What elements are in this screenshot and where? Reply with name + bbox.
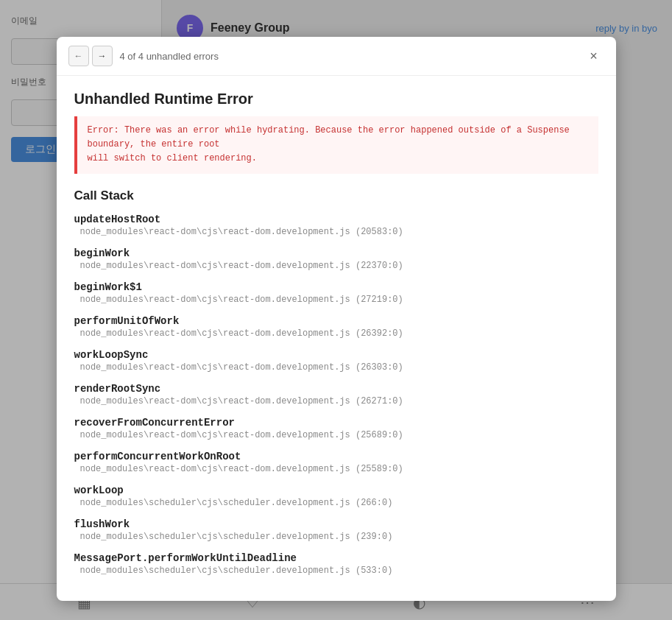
stack-item: workLoopSyncnode_modules\react-dom\cjs\r… xyxy=(74,349,598,373)
stack-function-name: MessagePort.performWorkUntilDeadline xyxy=(74,552,598,564)
stack-function-name: updateHostRoot xyxy=(74,214,598,225)
call-stack-title: Call Stack xyxy=(74,189,598,203)
stack-function-name: beginWork xyxy=(74,247,598,259)
stack-file-path: node_modules\react-dom\cjs\react-dom.dev… xyxy=(74,464,598,474)
prev-error-button[interactable]: ← xyxy=(68,46,89,66)
stack-item: updateHostRootnode_modules\react-dom\cjs… xyxy=(74,214,598,237)
stack-item: performUnitOfWorknode_modules\react-dom\… xyxy=(74,315,598,339)
modal-overlay: ← → 4 of 4 unhandled errors × Unhandled … xyxy=(0,0,672,620)
stack-file-path: node_modules\react-dom\cjs\react-dom.dev… xyxy=(74,396,598,406)
stack-function-name: beginWork$1 xyxy=(74,281,598,293)
modal-header: ← → 4 of 4 unhandled errors × xyxy=(57,37,616,76)
stack-file-path: node_modules\react-dom\cjs\react-dom.dev… xyxy=(74,227,598,237)
stack-function-name: performConcurrentWorkOnRoot xyxy=(74,451,598,462)
error-count: 4 of 4 unhandled errors xyxy=(120,51,576,62)
stack-function-name: workLoopSync xyxy=(74,349,598,361)
stack-item: beginWork$1node_modules\react-dom\cjs\re… xyxy=(74,281,598,305)
stack-file-path: node_modules\react-dom\cjs\react-dom.dev… xyxy=(74,362,598,373)
stack-file-path: node_modules\react-dom\cjs\react-dom.dev… xyxy=(74,430,598,440)
stack-item: beginWorknode_modules\react-dom\cjs\reac… xyxy=(74,247,598,271)
stack-file-path: node_modules\scheduler\cjs\scheduler.dev… xyxy=(74,566,598,576)
nav-arrows: ← → xyxy=(68,46,113,66)
modal-body: Unhandled Runtime Error Error: There was… xyxy=(57,76,616,601)
stack-item: flushWorknode_modules\scheduler\cjs\sche… xyxy=(74,518,598,542)
stack-function-name: recoverFromConcurrentError xyxy=(74,417,598,429)
stack-file-path: node_modules\scheduler\cjs\scheduler.dev… xyxy=(74,498,598,508)
next-error-button[interactable]: → xyxy=(92,46,113,66)
error-message: Error: There was an error while hydratin… xyxy=(74,116,598,174)
stack-function-name: flushWork xyxy=(74,518,598,530)
stack-file-path: node_modules\scheduler\cjs\scheduler.dev… xyxy=(74,532,598,542)
stack-file-path: node_modules\react-dom\cjs\react-dom.dev… xyxy=(74,328,598,339)
stack-function-name: workLoop xyxy=(74,485,598,496)
stack-file-path: node_modules\react-dom\cjs\react-dom.dev… xyxy=(74,295,598,305)
close-button[interactable]: × xyxy=(584,46,604,66)
stack-item: renderRootSyncnode_modules\react-dom\cjs… xyxy=(74,383,598,406)
call-stack-list: updateHostRootnode_modules\react-dom\cjs… xyxy=(74,214,598,576)
stack-item: performConcurrentWorkOnRootnode_modules\… xyxy=(74,451,598,474)
stack-file-path: node_modules\react-dom\cjs\react-dom.dev… xyxy=(74,261,598,271)
error-title: Unhandled Runtime Error xyxy=(74,91,598,108)
error-modal: ← → 4 of 4 unhandled errors × Unhandled … xyxy=(57,37,616,601)
stack-item: recoverFromConcurrentErrornode_modules\r… xyxy=(74,417,598,440)
stack-function-name: renderRootSync xyxy=(74,383,598,395)
stack-function-name: performUnitOfWork xyxy=(74,315,598,327)
stack-item: workLoopnode_modules\scheduler\cjs\sched… xyxy=(74,485,598,508)
stack-item: MessagePort.performWorkUntilDeadlinenode… xyxy=(74,552,598,576)
